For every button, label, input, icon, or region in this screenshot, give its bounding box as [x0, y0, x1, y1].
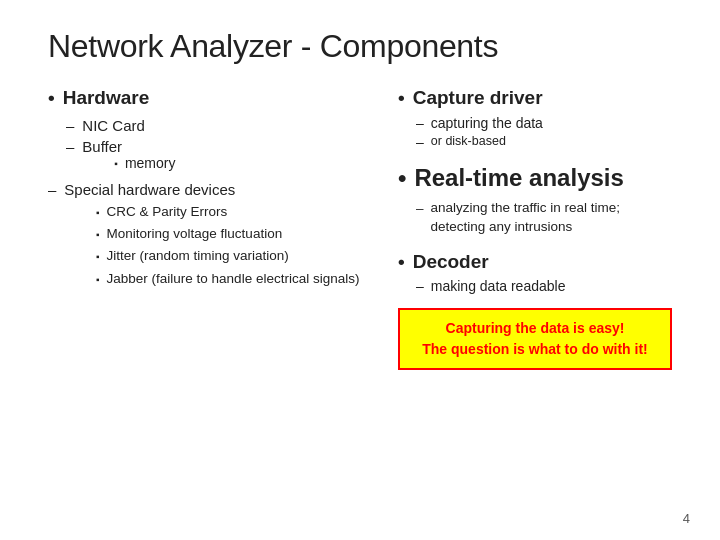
making-readable-label: making data readable — [431, 278, 566, 294]
content-area: • Hardware – NIC Card – Buffer ▪ memo — [48, 87, 672, 370]
hardware-list: – NIC Card – Buffer ▪ memory — [66, 117, 368, 175]
capture-driver-list: – capturing the data – or disk-based — [416, 115, 672, 150]
list-item: – analyzing the traffic in real time; de… — [416, 199, 672, 237]
bullet-dot: • — [398, 251, 405, 273]
hardware-label: Hardware — [63, 87, 150, 109]
dash-icon: – — [66, 117, 74, 134]
list-item: – Buffer ▪ memory — [66, 138, 368, 175]
slide: Network Analyzer - Components • Hardware… — [0, 0, 720, 540]
buffer-sub-list: ▪ memory — [114, 155, 175, 171]
special-devices-list: ▪ CRC & Parity Errors ▪ Monitoring volta… — [96, 203, 368, 288]
decoder-heading: • Decoder — [398, 251, 672, 273]
square-icon: ▪ — [96, 206, 100, 220]
capturing-label: capturing the data — [431, 115, 543, 131]
special-devices-label-text: Special hardware devices — [64, 181, 235, 198]
dash-icon: – — [48, 181, 56, 198]
highlight-line2: The question is what to do with it! — [412, 339, 658, 360]
list-item: – making data readable — [416, 278, 672, 294]
nic-card-label: NIC Card — [82, 117, 145, 134]
decoder-section: • Decoder – making data readable — [398, 251, 672, 294]
highlight-box: Capturing the data is easy! The question… — [398, 308, 672, 370]
square-icon: ▪ — [96, 273, 100, 287]
buffer-section: Buffer ▪ memory — [82, 138, 175, 175]
bullet-dot: • — [48, 87, 55, 109]
capture-driver-heading: • Capture driver — [398, 87, 672, 109]
bullet-dot: • — [398, 164, 406, 192]
highlight-line1: Capturing the data is easy! — [412, 318, 658, 339]
jitter-label: Jitter (random timing variation) — [107, 247, 289, 265]
list-item: ▪ Monitoring voltage fluctuation — [96, 225, 368, 243]
square-icon: ▪ — [114, 158, 118, 169]
list-item: – NIC Card — [66, 117, 368, 134]
list-item: ▪ Jitter (random timing variation) — [96, 247, 368, 265]
capture-driver-section: • Capture driver – capturing the data – … — [398, 87, 672, 150]
list-item: – or disk-based — [416, 134, 672, 150]
dash-icon: – — [416, 200, 424, 219]
decoder-label: Decoder — [413, 251, 489, 273]
square-icon: ▪ — [96, 228, 100, 242]
decoder-list: – making data readable — [416, 278, 672, 294]
buffer-label: Buffer — [82, 138, 122, 155]
realtime-heading: • Real-time analysis — [398, 164, 672, 192]
bullet-dot: • — [398, 87, 405, 109]
right-column: • Capture driver – capturing the data – … — [388, 87, 672, 370]
analyzing-label: analyzing the traffic in real time; dete… — [431, 199, 672, 237]
monitoring-label: Monitoring voltage fluctuation — [107, 225, 283, 243]
crc-label: CRC & Parity Errors — [107, 203, 228, 221]
memory-label: memory — [125, 155, 176, 171]
dash-icon: – — [416, 278, 424, 294]
dash-icon: – — [416, 115, 424, 131]
list-item: – capturing the data — [416, 115, 672, 131]
list-item: ▪ memory — [114, 155, 175, 171]
slide-title: Network Analyzer - Components — [48, 28, 672, 65]
dash-icon: – — [416, 134, 424, 150]
list-item: ▪ CRC & Parity Errors — [96, 203, 368, 221]
square-icon: ▪ — [96, 250, 100, 264]
special-devices-item: – Special hardware devices — [48, 181, 368, 198]
realtime-section: • Real-time analysis – analyzing the tra… — [398, 164, 672, 237]
realtime-list: – analyzing the traffic in real time; de… — [416, 199, 672, 237]
left-column: • Hardware – NIC Card – Buffer ▪ memo — [48, 87, 388, 370]
hardware-heading: • Hardware — [48, 87, 368, 109]
dash-icon: – — [66, 138, 74, 155]
capture-driver-label: Capture driver — [413, 87, 543, 109]
list-item: ▪ Jabber (failure to handle electrical s… — [96, 270, 368, 288]
page-number: 4 — [683, 511, 690, 526]
jabber-label: Jabber (failure to handle electrical sig… — [107, 270, 360, 288]
disk-based-label: or disk-based — [431, 134, 506, 148]
realtime-label: Real-time analysis — [414, 164, 623, 192]
